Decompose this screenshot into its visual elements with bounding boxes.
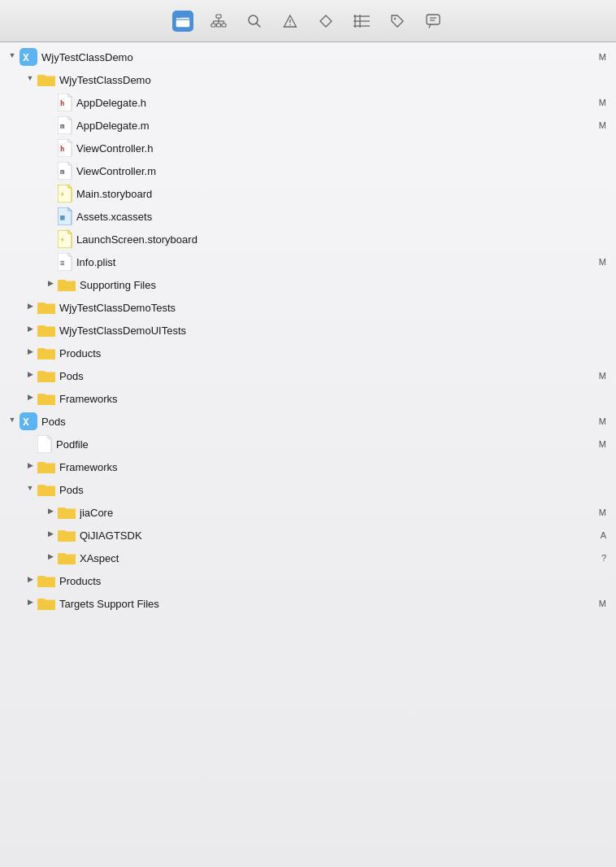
disclosure-triangle[interactable]	[45, 507, 56, 518]
file-plist-icon: ≡	[58, 253, 72, 271]
status-badge: M	[596, 52, 606, 62]
folder-icon	[37, 323, 55, 338]
tree-row[interactable]: QiJIAGTSDKA	[0, 524, 616, 547]
status-badge: M	[596, 257, 606, 267]
tree-row[interactable]: PodsM	[0, 364, 616, 387]
svg-rect-21	[427, 15, 440, 24]
disclosure-triangle[interactable]	[24, 74, 36, 85]
status-badge: ?	[596, 553, 606, 563]
list-nav-icon[interactable]	[351, 11, 372, 32]
svg-rect-4	[217, 24, 221, 27]
folder-icon	[58, 551, 76, 565]
status-badge: M	[596, 508, 606, 517]
file-podfile-icon	[37, 435, 52, 453]
tree-item-label: Podfile	[56, 438, 596, 451]
tree-row[interactable]: Products	[0, 342, 616, 364]
disclosure-triangle[interactable]	[24, 484, 36, 495]
svg-text:m: m	[60, 168, 65, 176]
tree-row[interactable]: XAspect?	[0, 547, 616, 569]
tree-row[interactable]: Targets Support FilesM	[0, 592, 616, 615]
tree-row[interactable]: h ViewController.h	[0, 137, 616, 159]
tree-row[interactable]: WjyTestClassDemoTests	[0, 296, 616, 319]
tree-item-label: Main.storyboard	[76, 188, 606, 200]
folder-icon	[37, 300, 55, 315]
folder-icon	[37, 596, 55, 611]
status-badge: M	[596, 120, 606, 130]
tree-row[interactable]: jiaCoreM	[0, 501, 616, 524]
tag-nav-icon[interactable]	[387, 11, 408, 32]
tree-row[interactable]: ≡ Info.plistM	[0, 251, 616, 273]
file-h-icon: h	[58, 94, 72, 111]
disclosure-triangle[interactable]	[24, 325, 36, 336]
disclosure-triangle[interactable]	[7, 51, 18, 63]
tree-row[interactable]: Frameworks	[0, 387, 616, 410]
disclosure-triangle[interactable]	[45, 529, 56, 541]
disclosure-triangle[interactable]	[24, 393, 36, 404]
disclosure-triangle[interactable]	[45, 279, 56, 290]
svg-rect-27	[37, 75, 46, 79]
tree-row[interactable]: ▦ Assets.xcassets	[0, 205, 616, 228]
svg-rect-41	[37, 325, 46, 329]
tree-row[interactable]: ⚡ LaunchScreen.storyboard	[0, 228, 616, 251]
svg-rect-51	[37, 462, 46, 466]
toolbar	[0, 0, 616, 42]
folder-icon	[37, 391, 55, 406]
svg-rect-61	[37, 576, 46, 580]
tree-item-label: Frameworks	[59, 461, 606, 473]
tree-row[interactable]: Products	[0, 569, 616, 592]
disclosure-triangle[interactable]	[24, 461, 36, 473]
svg-rect-2	[216, 15, 221, 18]
svg-rect-39	[37, 303, 46, 307]
xcodeproj-icon: X	[20, 412, 37, 430]
tree-row[interactable]: Pods	[0, 478, 616, 501]
tree-row[interactable]: h AppDelegate.hM	[0, 91, 616, 114]
tree-item-label: LaunchScreen.storyboard	[76, 233, 606, 246]
folder-icon	[37, 346, 55, 360]
warning-nav-icon[interactable]	[280, 11, 301, 32]
hierarchy-nav-icon[interactable]	[208, 11, 229, 32]
tree-item-label: Pods	[41, 416, 596, 428]
tree-item-label: Frameworks	[59, 393, 606, 405]
disclosure-triangle[interactable]	[24, 598, 36, 609]
tree-row[interactable]: ⚡ Main.storyboard	[0, 182, 616, 205]
folder-nav-icon[interactable]	[172, 11, 193, 32]
search-nav-icon[interactable]	[244, 11, 265, 32]
disclosure-triangle[interactable]	[7, 416, 18, 427]
svg-rect-45	[37, 371, 46, 375]
tree-row[interactable]: Frameworks	[0, 455, 616, 478]
tree-row[interactable]: X PodsM	[0, 410, 616, 433]
tree-row[interactable]: X WjyTestClassDemoM	[0, 46, 616, 68]
tree-item-label: Products	[59, 575, 606, 587]
tree-row[interactable]: WjyTestClassDemoUITests	[0, 319, 616, 342]
disclosure-triangle[interactable]	[24, 575, 36, 586]
tree-item-label: WjyTestClassDemoUITests	[59, 325, 606, 337]
folder-icon	[58, 505, 76, 520]
status-badge: M	[596, 416, 606, 426]
folder-icon	[37, 573, 55, 588]
svg-rect-55	[58, 508, 66, 512]
svg-text:m: m	[60, 122, 65, 130]
diamond-nav-icon[interactable]	[315, 11, 336, 32]
tree-item-label: Assets.xcassets	[76, 211, 606, 223]
tree-row[interactable]: PodfileM	[0, 433, 616, 455]
tree-row[interactable]: m ViewController.m	[0, 159, 616, 182]
disclosure-triangle[interactable]	[24, 370, 36, 381]
comment-nav-icon[interactable]	[423, 11, 444, 32]
tree-item-label: Pods	[59, 370, 596, 382]
tree-row[interactable]: WjyTestClassDemo	[0, 68, 616, 91]
disclosure-triangle[interactable]	[45, 552, 56, 564]
svg-rect-5	[222, 24, 226, 27]
tree-row[interactable]: m AppDelegate.mM	[0, 114, 616, 137]
xcodeproj-icon: X	[20, 48, 37, 66]
svg-text:h: h	[60, 99, 64, 107]
svg-line-12	[257, 23, 261, 27]
svg-text:▦: ▦	[60, 213, 65, 221]
disclosure-triangle[interactable]	[24, 302, 36, 313]
folder-icon	[37, 72, 55, 87]
tree-row[interactable]: Supporting Files	[0, 273, 616, 296]
tree-item-label: Products	[59, 347, 606, 359]
disclosure-triangle[interactable]	[24, 347, 36, 359]
file-m-icon: m	[58, 116, 72, 134]
file-h-icon: h	[58, 139, 72, 157]
svg-point-20	[394, 17, 396, 19]
